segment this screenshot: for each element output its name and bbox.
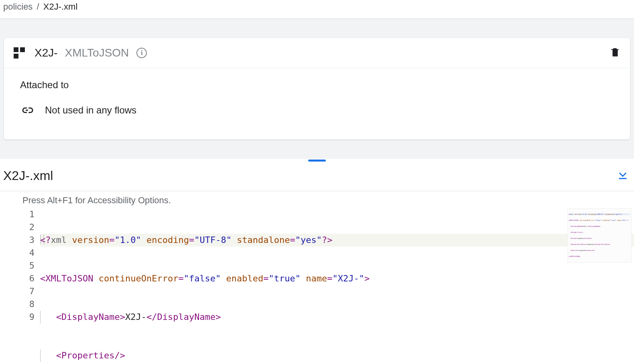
breadcrumb: policies / X2J-.xml <box>0 0 634 19</box>
code-editor[interactable]: 1 2 3 4 5 6 7 8 9 <?xml version="1.0" en… <box>0 208 634 364</box>
chevron-down-icon <box>617 169 628 180</box>
line-number: 2 <box>0 221 35 234</box>
code-line[interactable]: <XMLToJSON continueOnError="false" enabl… <box>40 272 634 285</box>
line-number: 8 <box>0 298 35 311</box>
trash-icon <box>610 46 620 58</box>
detail-panel-background: X2J- XMLToJSON i Attached to Not used in… <box>0 19 634 159</box>
editor-filename: X2J-.xml <box>3 168 53 183</box>
editor-header: X2J-.xml <box>0 162 634 191</box>
breadcrumb-current: X2J-.xml <box>43 2 78 12</box>
info-button[interactable]: i <box>136 47 147 59</box>
line-number-gutter: 1 2 3 4 5 6 7 8 9 <box>0 208 40 364</box>
code-line[interactable]: <DisplayName>X2J-</DisplayName> <box>40 311 634 324</box>
line-number: 6 <box>0 272 35 285</box>
policy-card-body: Attached to Not used in any flows <box>4 68 630 140</box>
line-number: 1 <box>0 208 35 221</box>
resize-handle-row <box>0 159 634 162</box>
resize-handle[interactable] <box>308 160 326 162</box>
code-content[interactable]: <?xml version="1.0" encoding="UTF-8" sta… <box>40 208 634 364</box>
delete-button[interactable] <box>610 46 620 60</box>
info-icon: i <box>136 48 147 58</box>
line-number: 7 <box>0 285 35 298</box>
breadcrumb-parent[interactable]: policies <box>3 2 33 12</box>
policy-name: X2J- <box>35 47 58 59</box>
collapse-editor-button[interactable] <box>616 168 630 184</box>
link-icon <box>20 103 34 117</box>
code-line[interactable]: <Properties/> <box>40 349 634 362</box>
breadcrumb-separator: / <box>37 2 39 12</box>
policy-type-icon <box>14 47 25 59</box>
accessibility-hint: Press Alt+F1 for Accessibility Options. <box>0 191 634 208</box>
line-number: 4 <box>0 247 35 259</box>
attached-to-row: Not used in any flows <box>20 103 614 117</box>
line-number: 3 <box>0 234 35 247</box>
attached-to-status: Not used in any flows <box>45 105 136 116</box>
line-number: 5 <box>0 259 35 272</box>
policy-card: X2J- XMLToJSON i Attached to Not used in… <box>4 38 630 140</box>
cursor <box>40 235 44 244</box>
policy-type: XMLToJSON <box>65 47 129 59</box>
code-line[interactable]: <?xml version="1.0" encoding="UTF-8" sta… <box>40 234 634 247</box>
attached-to-label: Attached to <box>20 79 614 91</box>
policy-card-header: X2J- XMLToJSON i <box>4 38 630 68</box>
minimap[interactable]: <?xml version="1.0" encoding="UTF-8" sta… <box>567 208 632 263</box>
line-number: 9 <box>0 311 35 324</box>
